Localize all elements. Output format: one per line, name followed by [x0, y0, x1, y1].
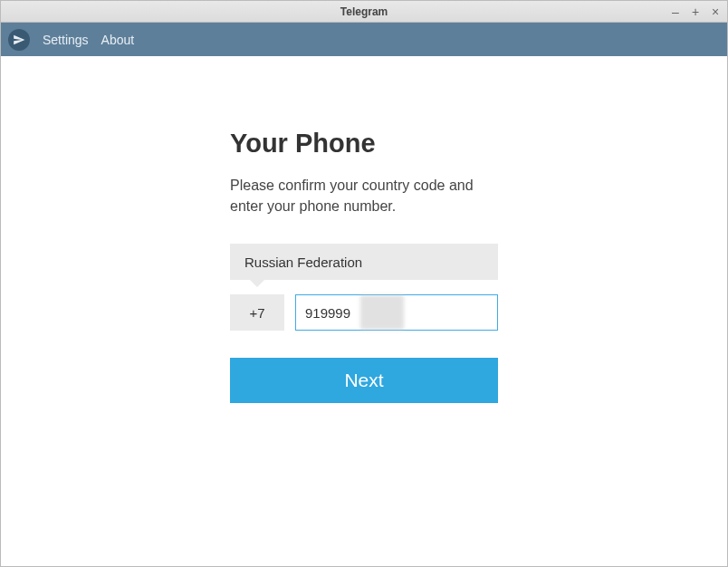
country-label: Russian Federation — [244, 255, 362, 270]
page-subtext: Please confirm your country code and ent… — [230, 175, 498, 216]
country-select[interactable]: Russian Federation — [230, 244, 498, 280]
content-area: Your Phone Please confirm your country c… — [1, 56, 727, 566]
phone-number-input[interactable] — [295, 294, 498, 331]
menu-settings[interactable]: Settings — [43, 33, 89, 47]
page-title: Your Phone — [230, 129, 498, 159]
app-window: Telegram – + × Settings About Your Phone… — [0, 0, 728, 567]
titlebar: Telegram – + × — [1, 1, 727, 23]
next-button[interactable]: Next — [230, 358, 498, 403]
phone-form: Your Phone Please confirm your country c… — [230, 129, 498, 566]
minimize-button[interactable]: – — [669, 5, 682, 18]
country-code-field[interactable]: +7 — [230, 294, 284, 331]
window-controls: – + × — [669, 1, 722, 23]
app-icon — [8, 29, 30, 51]
menubar: Settings About — [1, 23, 727, 56]
paper-plane-icon — [13, 34, 25, 46]
window-title: Telegram — [340, 5, 388, 18]
maximize-button[interactable]: + — [689, 5, 702, 18]
phone-input-wrap — [295, 294, 498, 331]
country-code-value: +7 — [249, 305, 264, 321]
close-button[interactable]: × — [709, 5, 722, 18]
menu-about[interactable]: About — [101, 33, 135, 47]
phone-row: +7 — [230, 294, 498, 331]
